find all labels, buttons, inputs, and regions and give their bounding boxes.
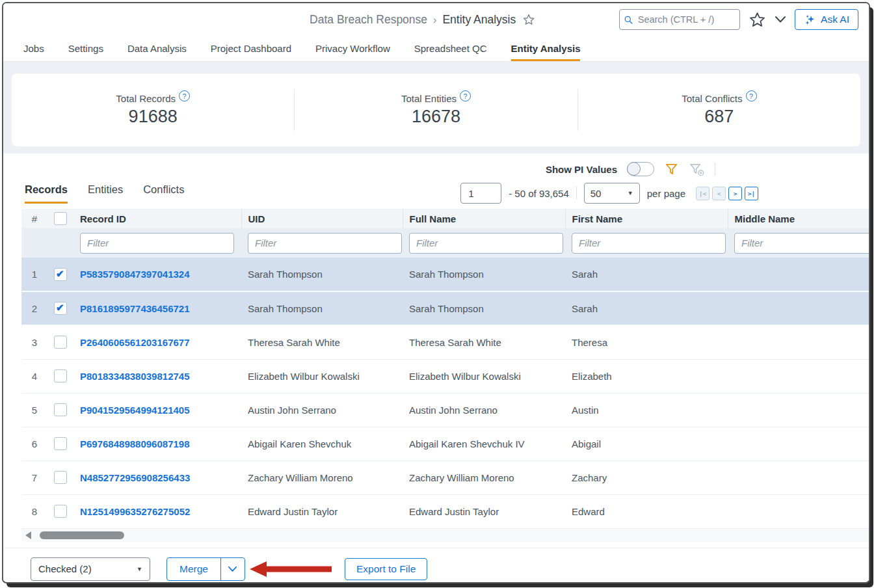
record-id-link[interactable]: P8018334838039812745 <box>73 359 241 393</box>
row-checkbox[interactable] <box>54 369 67 382</box>
merge-button[interactable]: Merge <box>167 558 220 580</box>
record-id-link[interactable]: P8161895977436456721 <box>73 291 241 325</box>
table-row: 1P5835790847397041324Sarah ThompsonSarah… <box>21 258 869 291</box>
record-id-link[interactable]: P5835790847397041324 <box>73 258 241 291</box>
cell-full-name: Theresa Sarah White <box>403 325 565 359</box>
record-id-link[interactable]: N1251499635276275052 <box>73 494 241 528</box>
stat-total-entities: Total Entities?16678 <box>294 89 577 131</box>
star-icon[interactable] <box>749 11 766 29</box>
pagination-divider <box>576 187 577 200</box>
row-checkbox-cell <box>47 325 73 359</box>
help-icon[interactable]: ? <box>179 90 190 101</box>
table-body: 1P5835790847397041324Sarah ThompsonSarah… <box>21 258 869 528</box>
scrollbar-thumb[interactable] <box>40 531 124 539</box>
next-page-button[interactable]: > <box>728 187 742 200</box>
column-header-middle-name[interactable]: Middle Name <box>728 209 869 228</box>
tab-privacy-workflow[interactable]: Privacy Workflow <box>315 43 390 61</box>
filter-icon[interactable] <box>664 162 679 177</box>
filter-input-record-id[interactable] <box>80 233 234 254</box>
row-number: 1 <box>21 258 47 291</box>
merge-dropdown-button[interactable] <box>220 558 245 580</box>
view-tab-records[interactable]: Records <box>25 183 68 204</box>
show-pi-values-toggle[interactable] <box>627 162 654 176</box>
table-row: 4P8018334838039812745Elizabeth Wilbur Ko… <box>21 359 869 393</box>
row-checkbox[interactable] <box>54 437 67 450</box>
page-size-select[interactable]: 50 ▼ <box>584 183 640 204</box>
page-number-input[interactable] <box>460 183 501 204</box>
tab-spreadsheet-qc[interactable]: Spreadsheet QC <box>414 43 487 61</box>
tab-entity-analysis[interactable]: Entity Analysis <box>511 43 581 61</box>
column-header-full-name[interactable]: Full Name <box>403 209 565 228</box>
records-table: #Record IDUIDFull NameFirst NameMiddle N… <box>21 209 869 529</box>
stat-value: 687 <box>704 107 734 127</box>
column-header-uid[interactable]: UID <box>241 209 403 228</box>
cell-middle-name <box>728 494 869 528</box>
favorite-star-icon[interactable] <box>522 13 535 27</box>
column-header--[interactable]: # <box>21 209 47 228</box>
row-checkbox[interactable] <box>54 471 67 484</box>
row-checkbox-cell <box>47 393 73 427</box>
select-all-checkbox[interactable] <box>54 212 67 225</box>
view-tab-entities[interactable]: Entities <box>88 183 123 204</box>
clear-filter-icon[interactable] <box>689 162 705 177</box>
search-input[interactable] <box>637 14 736 25</box>
record-id-link[interactable]: P2640606561203167677 <box>73 325 241 359</box>
caret-down-icon: ▼ <box>628 190 633 196</box>
filter-input-full-name[interactable] <box>409 233 563 254</box>
first-page-button[interactable]: |< <box>696 187 710 200</box>
row-checkbox[interactable] <box>54 505 67 518</box>
tab-jobs[interactable]: Jobs <box>23 43 44 61</box>
caret-down-icon: ▼ <box>137 566 142 572</box>
search-box[interactable] <box>619 9 740 30</box>
help-icon[interactable]: ? <box>460 90 471 101</box>
export-to-file-button[interactable]: Export to File <box>345 558 427 580</box>
tab-data-analysis[interactable]: Data Analysis <box>127 43 187 61</box>
filter-cell-middle-name <box>728 228 869 258</box>
ask-ai-button[interactable]: Ask AI <box>795 9 858 30</box>
cell-full-name: Sarah Thompson <box>403 291 565 325</box>
row-number: 2 <box>21 291 47 325</box>
filter-input-first-name[interactable] <box>572 233 726 254</box>
horizontal-scrollbar[interactable] <box>21 529 869 542</box>
scroll-left-arrow-icon[interactable] <box>25 531 31 539</box>
cell-uid: Theresa Sarah White <box>241 325 403 359</box>
filter-input-uid[interactable] <box>248 233 402 254</box>
page-background: Total Records?91688Total Entities?16678T… <box>3 62 869 154</box>
cell-full-name: Sarah Thompson <box>403 258 565 291</box>
record-id-link[interactable]: N4852772956908256433 <box>73 461 241 494</box>
filter-input-middle-name[interactable] <box>734 233 869 254</box>
row-number: 5 <box>21 393 47 427</box>
filter-cell-first-name <box>565 228 728 258</box>
row-number: 8 <box>21 494 47 528</box>
row-checkbox[interactable] <box>54 403 67 416</box>
record-id-link[interactable]: P6976848988096087198 <box>73 427 241 461</box>
row-checkbox[interactable] <box>54 268 67 281</box>
stats-card: Total Records?91688Total Entities?16678T… <box>12 74 860 146</box>
stat-total-records: Total Records?91688 <box>12 89 294 131</box>
record-id-link[interactable]: P9041529564994121405 <box>73 393 241 427</box>
cell-middle-name <box>728 427 869 461</box>
prev-page-button[interactable]: < <box>712 187 726 200</box>
chevron-down-icon[interactable] <box>775 16 786 23</box>
row-number: 4 <box>21 359 47 393</box>
row-checkbox[interactable] <box>54 336 67 349</box>
column-header-first-name[interactable]: First Name <box>565 209 728 228</box>
help-icon[interactable]: ? <box>746 90 757 101</box>
chevron-down-icon <box>228 566 237 572</box>
ask-ai-label: Ask AI <box>821 14 849 25</box>
row-checkbox[interactable] <box>54 302 67 315</box>
filter-cell-full-name <box>403 228 565 258</box>
view-tabs: RecordsEntitiesConflicts <box>25 183 184 204</box>
column-header-record-id[interactable]: Record ID <box>73 209 241 228</box>
cell-middle-name <box>728 461 869 494</box>
merge-split-button: Merge <box>166 557 245 581</box>
tab-settings[interactable]: Settings <box>68 43 103 61</box>
selection-dropdown[interactable]: Checked (2) ▼ <box>31 557 150 581</box>
row-number: 6 <box>21 427 47 461</box>
breadcrumb-parent[interactable]: Data Breach Response <box>310 13 427 27</box>
tab-project-dashboard[interactable]: Project Dashboard <box>211 43 291 61</box>
cell-first-name: Theresa <box>565 325 728 359</box>
last-page-button[interactable]: >| <box>745 187 758 200</box>
view-tab-conflicts[interactable]: Conflicts <box>143 183 184 204</box>
filter-cell-record-id <box>73 228 241 258</box>
